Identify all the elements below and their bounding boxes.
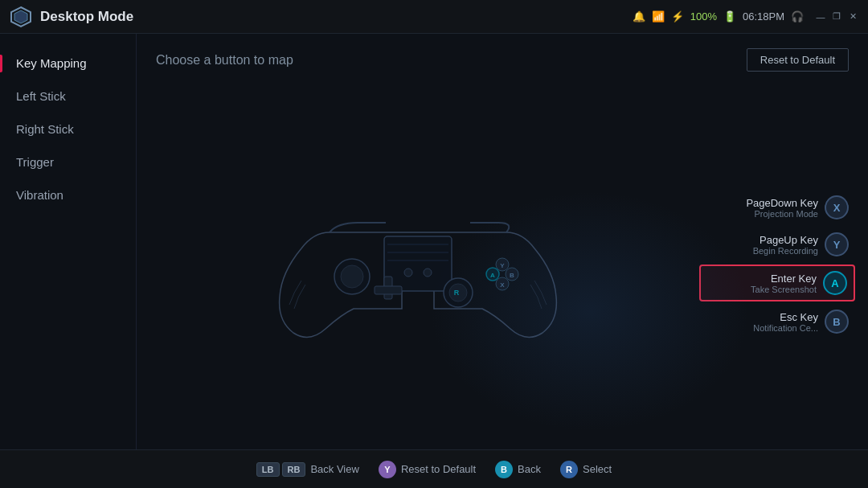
a-button-mapping-row[interactable]: Enter Key Take Screenshot A xyxy=(699,265,855,301)
b-button-mapping-row[interactable]: Esc Key Notification Ce... B xyxy=(699,305,855,338)
wifi-icon: 📶 xyxy=(652,10,665,23)
reset-group: Y Reset to Default xyxy=(379,461,476,478)
select-label: Select xyxy=(583,463,612,475)
svg-marker-1 xyxy=(14,10,27,23)
close-button[interactable]: ✕ xyxy=(847,11,858,23)
rb-bottom-badge: R xyxy=(560,461,578,478)
battery-indicator: 100% xyxy=(690,10,717,23)
x-button-text: PageDown Key Projection Mode xyxy=(746,197,818,219)
svg-point-21 xyxy=(424,269,432,277)
a-action-name: Take Screenshot xyxy=(751,285,817,294)
titlebar: Desktop Mode 🔔 📶 ⚡ 100% 🔋 06:18PM 🎧 — ❐ … xyxy=(0,0,868,34)
battery-icon: 🔋 xyxy=(723,10,736,23)
controller-illustration: Y B A X xyxy=(137,80,699,449)
sidebar-item-label: Right Stick xyxy=(16,122,74,136)
reset-label: Reset to Default xyxy=(401,463,476,475)
a-key-name: Enter Key xyxy=(751,273,817,285)
y-action-name: Begin Recording xyxy=(753,246,818,256)
y-key-name: PageUp Key xyxy=(753,234,818,246)
status-bar: 🔔 📶 ⚡ 100% 🔋 06:18PM 🎧 xyxy=(633,10,804,23)
controller-svg: Y B A X xyxy=(265,168,571,361)
sidebar-item-trigger[interactable]: Trigger xyxy=(0,146,136,178)
svg-point-20 xyxy=(404,269,412,277)
svg-text:A: A xyxy=(490,272,495,279)
bottom-bar: LB RB Back View Y Reset to Default B Bac… xyxy=(0,449,868,488)
b-button-text: Esc Key Notification Ce... xyxy=(753,311,818,333)
svg-point-7 xyxy=(341,265,363,288)
back-view-label: Back View xyxy=(310,463,358,475)
back-label: Back xyxy=(518,463,541,475)
b-key-name: Esc Key xyxy=(753,311,818,323)
a-button-text: Enter Key Take Screenshot xyxy=(751,273,817,294)
sidebar-item-left-stick[interactable]: Left Stick xyxy=(0,80,136,113)
minimize-button[interactable]: — xyxy=(815,11,826,23)
window-controls[interactable]: — ❐ ✕ xyxy=(815,11,858,23)
back-group: B Back xyxy=(495,461,541,478)
sidebar-item-label: Left Stick xyxy=(16,89,66,103)
reset-to-default-button[interactable]: Reset to Default xyxy=(747,48,849,72)
svg-text:B: B xyxy=(510,272,514,279)
sidebar-item-label: Trigger xyxy=(16,155,54,169)
a-button-badge: A xyxy=(823,271,847,295)
sidebar-item-label: Key Mapping xyxy=(16,56,87,70)
back-view-group: LB RB Back View xyxy=(256,462,359,477)
main-content: Choose a button to map Reset to Default xyxy=(137,34,868,449)
y-button-mapping-row[interactable]: PageUp Key Begin Recording Y xyxy=(699,228,855,261)
restore-button[interactable]: ❐ xyxy=(831,11,842,23)
bluetooth-icon: ⚡ xyxy=(671,10,684,23)
x-action-name: Projection Mode xyxy=(746,209,818,219)
content-area: Y B A X xyxy=(137,80,868,449)
app-logo xyxy=(10,6,32,28)
choose-button-label: Choose a button to map xyxy=(156,53,293,68)
y-button-text: PageUp Key Begin Recording xyxy=(753,234,818,256)
y-bottom-badge: Y xyxy=(379,461,396,478)
sidebar-item-vibration[interactable]: Vibration xyxy=(0,178,136,211)
rb-badge: RB xyxy=(282,462,306,477)
x-button-mapping-row[interactable]: PageDown Key Projection Mode X xyxy=(699,191,855,224)
headphone-icon: 🎧 xyxy=(791,10,804,23)
clock: 06:18PM xyxy=(743,10,784,23)
b-button-badge: B xyxy=(825,310,849,334)
svg-text:Y: Y xyxy=(500,262,505,269)
lb-rb-badges: LB RB xyxy=(256,462,306,477)
content-header: Choose a button to map Reset to Default xyxy=(137,34,868,80)
x-button-badge: X xyxy=(825,195,849,219)
button-mappings-panel: PageDown Key Projection Mode X PageUp Ke… xyxy=(699,80,868,449)
sidebar-item-label: Vibration xyxy=(16,188,63,202)
sidebar-item-key-mapping[interactable]: Key Mapping xyxy=(0,47,136,80)
select-group: R Select xyxy=(560,461,612,478)
window-title: Desktop Mode xyxy=(40,9,633,25)
svg-text:X: X xyxy=(500,281,505,289)
x-key-name: PageDown Key xyxy=(746,197,818,209)
lb-badge: LB xyxy=(256,462,280,477)
main-layout: Key Mapping Left Stick Right Stick Trigg… xyxy=(0,34,868,449)
svg-text:R: R xyxy=(454,289,460,297)
notification-icon: 🔔 xyxy=(633,10,645,23)
svg-rect-11 xyxy=(375,286,402,294)
y-button-badge: Y xyxy=(825,232,849,256)
b-bottom-badge: B xyxy=(495,461,513,478)
sidebar-item-right-stick[interactable]: Right Stick xyxy=(0,113,136,146)
b-action-name: Notification Ce... xyxy=(753,323,818,333)
sidebar: Key Mapping Left Stick Right Stick Trigg… xyxy=(0,34,137,449)
